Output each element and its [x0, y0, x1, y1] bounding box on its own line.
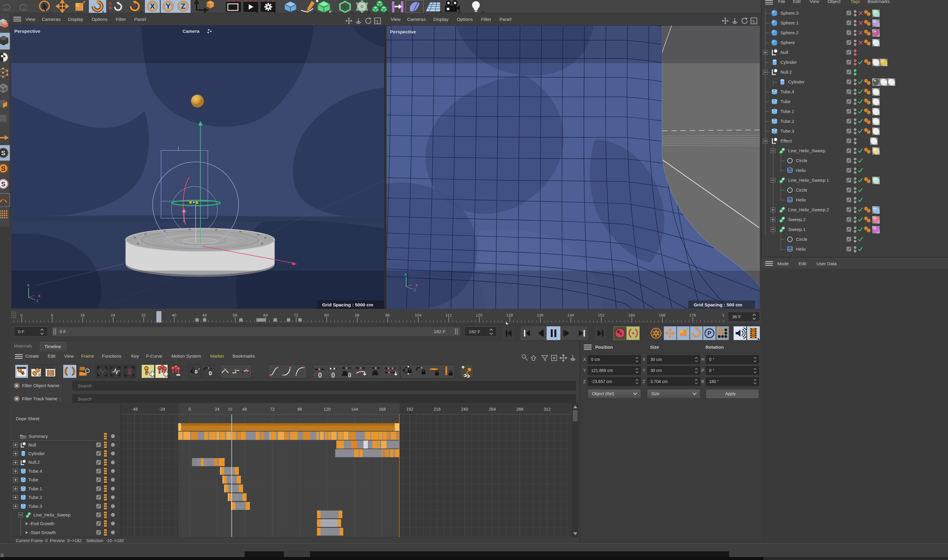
svg-text:24: 24 [215, 407, 219, 412]
svg-text:56: 56 [233, 313, 237, 317]
svg-text:8: 8 [51, 313, 53, 317]
svg-text:264: 264 [489, 407, 496, 412]
svg-text:192: 192 [406, 407, 413, 412]
svg-text:Grid Spacing : 500 cm: Grid Spacing : 500 cm [694, 302, 742, 307]
svg-text:0: 0 [188, 407, 191, 412]
svg-text:168: 168 [379, 407, 386, 412]
svg-text:Grid Spacing : 5000 cm: Grid Spacing : 5000 cm [322, 302, 373, 307]
svg-text:X: X [415, 283, 418, 287]
svg-text:X: X [38, 294, 40, 298]
svg-text:48: 48 [242, 407, 247, 412]
svg-text:1: 1 [722, 313, 724, 317]
svg-text:Perspective: Perspective [390, 29, 416, 34]
svg-text:120: 120 [476, 313, 482, 317]
svg-text:168: 168 [659, 313, 666, 317]
svg-text:Y: Y [166, 2, 171, 10]
svg-text:Perspective: Perspective [14, 29, 40, 34]
svg-text:96: 96 [298, 407, 302, 412]
svg-text:136: 136 [537, 313, 544, 317]
svg-text:(): () [318, 372, 322, 378]
svg-text:°: ° [198, 368, 200, 372]
svg-text:240: 240 [461, 407, 468, 412]
svg-text:48: 48 [202, 313, 207, 317]
svg-text:16: 16 [80, 313, 85, 317]
svg-text:312: 312 [544, 407, 551, 412]
svg-text:S: S [109, 1, 111, 6]
svg-text:0: 0 [20, 313, 23, 317]
svg-text:0: 0 [195, 369, 197, 375]
svg-text:Camera: Camera [182, 29, 199, 34]
svg-text:Y: Y [405, 273, 407, 277]
svg-text:88: 88 [355, 313, 359, 317]
svg-text:(): () [331, 372, 335, 378]
svg-text:144: 144 [567, 313, 574, 317]
svg-text:72: 72 [294, 313, 298, 317]
svg-text:Y: Y [27, 284, 29, 287]
svg-text:Z: Z [414, 288, 416, 292]
svg-text:176: 176 [689, 313, 696, 317]
svg-text:-24: -24 [159, 407, 165, 412]
svg-text:36: 36 [228, 407, 232, 412]
svg-text:152: 152 [598, 313, 604, 317]
svg-text:Z: Z [181, 2, 185, 10]
svg-text:S: S [1, 180, 6, 188]
svg-text:216: 216 [433, 407, 441, 412]
svg-text:P: P [708, 330, 711, 337]
svg-text:72: 72 [270, 407, 274, 412]
svg-text:32: 32 [141, 313, 146, 317]
svg-text:(): () [348, 372, 351, 377]
svg-text:160: 160 [628, 313, 635, 317]
svg-text:112: 112 [445, 313, 452, 317]
svg-text:S: S [1, 165, 6, 172]
svg-text:288: 288 [516, 407, 523, 412]
svg-text:64: 64 [263, 313, 268, 317]
svg-text:104: 104 [415, 313, 422, 317]
svg-text:120: 120 [324, 407, 331, 412]
svg-text:R: R [109, 5, 112, 11]
svg-text:X: X [150, 2, 155, 10]
svg-text:128: 128 [506, 313, 513, 317]
svg-text:Z: Z [36, 299, 39, 303]
svg-text:144: 144 [351, 407, 358, 412]
svg-text:40: 40 [172, 313, 176, 317]
svg-text:-48: -48 [132, 407, 138, 412]
svg-text:96: 96 [385, 313, 390, 317]
svg-text:S: S [1, 149, 6, 157]
svg-text:24: 24 [111, 313, 116, 317]
svg-text:80: 80 [324, 313, 328, 317]
svg-text:0: 0 [209, 370, 212, 376]
